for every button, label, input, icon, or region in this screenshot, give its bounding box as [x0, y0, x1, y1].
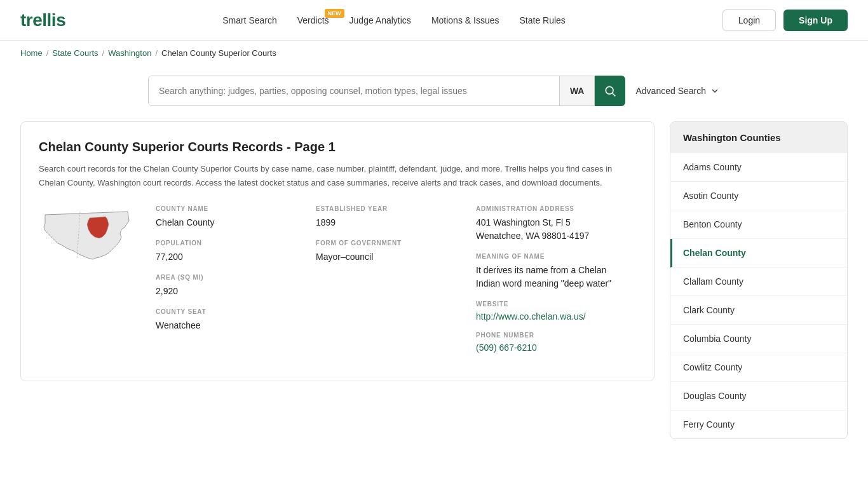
sidebar-item-ferry[interactable]: Ferry County: [670, 410, 847, 438]
login-button[interactable]: Login: [722, 10, 776, 31]
main-nav: Smart Search Verdicts NEW Judge Analytic…: [222, 15, 566, 25]
content-area: Chelan County Superior Courts Records - …: [20, 121, 654, 439]
breadcrumb-sep-3: /: [155, 48, 158, 58]
nav-smart-search[interactable]: Smart Search: [222, 15, 277, 25]
county-details-grid: COUNTY NAME Chelan County POPULATION 77,…: [156, 205, 636, 363]
form-gov-label: FORM OF GOVERNMENT: [316, 240, 461, 247]
sidebar-item-cowlitz[interactable]: Cowlitz County: [670, 353, 847, 382]
header-actions: Login Sign Up: [722, 10, 848, 31]
phone-section: PHONE NUMBER (509) 667-6210: [476, 332, 636, 363]
search-button[interactable]: [595, 76, 625, 106]
sidebar-item-clallam[interactable]: Clallam County: [670, 268, 847, 296]
advanced-search-toggle[interactable]: Advanced Search: [635, 86, 720, 96]
breadcrumb-sep-1: /: [46, 48, 49, 58]
sidebar-section: Washington Counties Adams County Asotin …: [670, 121, 848, 439]
address-line1: 401 Washington St, Fl 5: [476, 216, 621, 229]
population-label: POPULATION: [156, 240, 301, 247]
breadcrumb-current: Chelan County Superior Courts: [161, 48, 276, 58]
chevron-down-icon: [710, 86, 720, 96]
sidebar-item-asotin[interactable]: Asotin County: [670, 182, 847, 210]
new-badge: NEW: [325, 9, 344, 18]
county-map: [39, 205, 140, 271]
search-container: WA Advanced Search: [148, 76, 720, 106]
established-value: 1899: [316, 216, 461, 229]
page-title: Chelan County Superior Courts Records - …: [39, 140, 636, 154]
search-input[interactable]: [149, 76, 559, 105]
established-section: ESTABLISHED YEAR 1899: [316, 205, 476, 240]
area-value: 2,920: [156, 285, 301, 298]
area-section: AREA (SQ MI) 2,920: [156, 274, 316, 308]
page-description: Search court records for the Chelan Coun…: [39, 162, 636, 190]
address-label: ADMINISTRATION ADDRESS: [476, 205, 621, 212]
breadcrumb-home[interactable]: Home: [20, 48, 43, 58]
form-gov-value: Mayor–council: [316, 250, 461, 264]
search-state-code: WA: [559, 76, 595, 105]
website-link[interactable]: http://www.co.chelan.wa.us/: [476, 311, 586, 322]
search-box: WA: [148, 76, 595, 106]
nav-judge-analytics[interactable]: Judge Analytics: [349, 15, 411, 25]
svg-point-0: [606, 86, 614, 94]
county-info: COUNTY NAME Chelan County POPULATION 77,…: [39, 205, 636, 363]
county-seat-section: COUNTY SEAT Wenatchee: [156, 308, 316, 342]
breadcrumb-sep-2: /: [102, 48, 105, 58]
county-details-col2: ESTABLISHED YEAR 1899 FORM OF GOVERNMENT…: [316, 205, 476, 363]
meaning-label: MEANING OF NAME: [476, 253, 621, 260]
population-value: 77,200: [156, 250, 301, 264]
phone-link[interactable]: (509) 667-6210: [476, 342, 537, 353]
sidebar: Washington Counties Adams County Asotin …: [670, 121, 848, 439]
county-details-col3: ADMINISTRATION ADDRESS 401 Washington St…: [476, 205, 636, 363]
meaning-section: MEANING OF NAME It derives its name from…: [476, 253, 636, 301]
sidebar-item-adams[interactable]: Adams County: [670, 153, 847, 182]
sidebar-item-clark[interactable]: Clark County: [670, 296, 847, 325]
logo[interactable]: trellis: [20, 10, 65, 30]
meaning-value: It derives its name from a Chelan Indian…: [476, 264, 621, 290]
search-section: WA Advanced Search: [0, 65, 868, 121]
website-section: WEBSITE http://www.co.chelan.wa.us/: [476, 301, 636, 332]
county-name-value: Chelan County: [156, 216, 301, 229]
website-label: WEBSITE: [476, 301, 621, 308]
nav-verdicts[interactable]: Verdicts NEW: [297, 15, 329, 25]
established-label: ESTABLISHED YEAR: [316, 205, 461, 212]
sidebar-item-benton[interactable]: Benton County: [670, 210, 847, 239]
sidebar-header: Washington Counties: [670, 122, 847, 153]
sidebar-item-douglas[interactable]: Douglas County: [670, 382, 847, 410]
search-icon: [604, 85, 616, 97]
population-section: POPULATION 77,200: [156, 240, 316, 274]
breadcrumb: Home / State Courts / Washington / Chela…: [0, 41, 868, 65]
county-name-label: COUNTY NAME: [156, 205, 301, 212]
nav-state-rules[interactable]: State Rules: [519, 15, 565, 25]
address-line2: Wenatchee, WA 98801-4197: [476, 229, 621, 243]
breadcrumb-state-courts[interactable]: State Courts: [52, 48, 98, 58]
address-section: ADMINISTRATION ADDRESS 401 Washington St…: [476, 205, 636, 253]
main-content: Chelan County Superior Courts Records - …: [0, 121, 868, 459]
area-label: AREA (SQ MI): [156, 274, 301, 281]
form-gov-section: FORM OF GOVERNMENT Mayor–council: [316, 240, 476, 274]
signup-button[interactable]: Sign Up: [783, 10, 848, 31]
county-details-col1: COUNTY NAME Chelan County POPULATION 77,…: [156, 205, 316, 363]
breadcrumb-state[interactable]: Washington: [108, 48, 151, 58]
county-name-section: COUNTY NAME Chelan County: [156, 205, 316, 240]
county-seat-value: Wenatchee: [156, 319, 301, 332]
sidebar-item-columbia[interactable]: Columbia County: [670, 325, 847, 353]
nav-motions-issues[interactable]: Motions & Issues: [431, 15, 499, 25]
county-seat-label: COUNTY SEAT: [156, 308, 301, 315]
svg-line-1: [613, 93, 616, 97]
content-card: Chelan County Superior Courts Records - …: [20, 121, 654, 381]
sidebar-item-chelan[interactable]: Chelan County: [670, 239, 847, 268]
phone-label: PHONE NUMBER: [476, 332, 621, 339]
